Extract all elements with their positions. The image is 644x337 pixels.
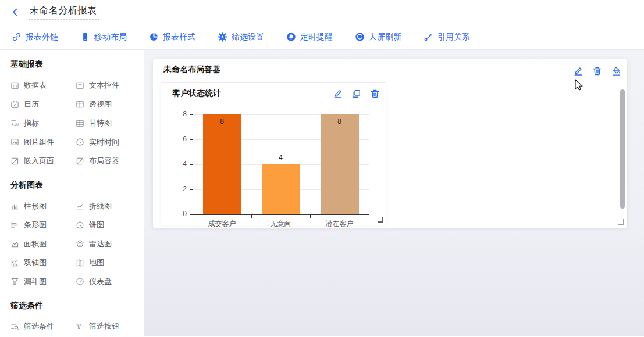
sidebar-item-dual-axis-chart[interactable]: 双轴图 xyxy=(10,253,76,273)
toolbar-item-filter-settings[interactable]: 筛选设置 xyxy=(218,32,264,42)
container-resize-handle[interactable] xyxy=(618,219,624,225)
x-axis-tick xyxy=(369,215,369,218)
y-axis-tick-label: 6 xyxy=(174,135,187,143)
x-axis-category-label: 成交客户 xyxy=(193,219,251,229)
sidebar-item-pivot-table[interactable]: 透视图 xyxy=(76,95,138,114)
report-canvas: 未命名布局容器 客户状态统计 024688成交客户4无意向8潜在客户 xyxy=(144,50,644,336)
reference-relation-icon xyxy=(424,32,433,42)
radar-chart-icon xyxy=(76,239,84,248)
toolbar-item-mobile-layout[interactable]: 移动布局 xyxy=(80,32,127,42)
bar-value-label: 8 xyxy=(327,117,353,126)
layout-container-widget[interactable]: 未命名布局容器 客户状态统计 024688成交客户4无意向8潜在客户 xyxy=(153,59,627,228)
sidebar-item-gauge-chart[interactable]: 仪表盘 xyxy=(76,273,138,292)
sidebar-item-filter-button[interactable]: 筛选按钮 xyxy=(76,317,138,336)
toolbar-item-label: 移动布局 xyxy=(94,32,127,42)
gantt-chart-icon xyxy=(76,119,84,128)
sidebar-item-text-widget[interactable]: 文本控件 xyxy=(76,76,138,95)
sidebar-item-label: 饼图 xyxy=(89,220,104,230)
sidebar-item-funnel-chart[interactable]: 漏斗图 xyxy=(10,273,76,292)
toolbar-item-timer-reminder[interactable]: 定时提醒 xyxy=(286,32,333,42)
sidebar-item-label: 嵌入页面 xyxy=(24,156,54,166)
bar-chart: 024688成交客户4无意向8潜在客户 xyxy=(161,102,386,225)
sidebar-item-pie-chart[interactable]: 饼图 xyxy=(76,216,138,235)
sidebar-item-layout-container[interactable]: 布局容器 xyxy=(76,152,138,171)
sidebar-item-map-chart[interactable]: 地图 xyxy=(76,253,138,273)
sidebar-item-column-chart[interactable]: 柱形图 xyxy=(10,197,76,216)
chart-widget[interactable]: 客户状态统计 024688成交客户4无意向8潜在客户 xyxy=(161,82,386,225)
toolbar-item-report-style[interactable]: 报表样式 xyxy=(149,32,195,42)
x-axis-tick xyxy=(310,215,311,218)
pivot-table-icon xyxy=(76,100,84,109)
bar-2 xyxy=(262,164,300,214)
realtime-clock-icon xyxy=(76,138,84,146)
x-axis-category-label: 无意向 xyxy=(251,219,310,229)
sidebar-item-label: 漏斗图 xyxy=(24,277,47,287)
trash-icon xyxy=(592,66,602,76)
y-axis-tick-label: 0 xyxy=(174,210,187,218)
chart-copy-button[interactable] xyxy=(351,89,361,99)
y-axis-line xyxy=(193,112,193,214)
toolbar-item-label: 报表样式 xyxy=(163,32,195,42)
bar-3 xyxy=(321,114,359,214)
indicator-icon: 4,80 xyxy=(10,119,19,128)
container-fill-button[interactable] xyxy=(611,66,621,76)
report-style-icon xyxy=(149,32,159,42)
sidebar-item-label: 图片组件 xyxy=(24,137,54,148)
filter-condition-icon xyxy=(10,322,19,331)
sidebar-item-image-widget[interactable]: 图片组件 xyxy=(10,133,76,152)
chart-trash-button[interactable] xyxy=(370,89,380,99)
text-widget-icon xyxy=(76,81,84,90)
sidebar-item-line-chart[interactable]: 折线图 xyxy=(76,197,138,216)
calendar-icon xyxy=(10,100,19,109)
sidebar-item-label: 实时时间 xyxy=(89,137,119,148)
edit-icon xyxy=(333,89,343,99)
chart-resize-handle[interactable] xyxy=(378,217,383,223)
toolbar-item-reference-relation[interactable]: 引用关系 xyxy=(424,32,470,42)
column-chart-icon xyxy=(10,202,19,210)
sidebar-item-embed-page[interactable]: 嵌入页面 xyxy=(10,152,76,171)
sidebar-item-bar-chart[interactable]: 条形图 xyxy=(10,216,76,235)
chart-edit-button[interactable] xyxy=(333,89,343,99)
bar-value-label: 8 xyxy=(209,117,235,126)
toolbar-item-label: 定时提醒 xyxy=(300,32,333,42)
bar-chart-icon xyxy=(10,221,19,230)
sidebar-item-realtime-clock[interactable]: 实时时间 xyxy=(76,133,138,152)
toolbar-item-label: 引用关系 xyxy=(437,32,470,42)
sidebar-item-label: 布局容器 xyxy=(89,156,119,166)
sidebar-item-label: 仪表盘 xyxy=(89,277,112,287)
y-axis-tick-label: 8 xyxy=(174,110,187,118)
svg-text:4,80: 4,80 xyxy=(12,122,19,126)
chart-widget-title: 客户状态统计 xyxy=(172,88,221,99)
sidebar-item-data-table[interactable]: 数据表 xyxy=(10,76,76,95)
bar-1 xyxy=(203,114,241,214)
sidebar-item-radar-chart[interactable]: 雷达图 xyxy=(76,235,138,254)
toolbar-item-external-link[interactable]: 报表外链 xyxy=(12,32,58,42)
chevron-left-icon xyxy=(10,8,20,17)
sidebar-section-title: 分析图表 xyxy=(10,180,138,191)
image-widget-icon xyxy=(10,138,19,146)
gauge-chart-icon xyxy=(76,277,84,286)
back-button[interactable] xyxy=(10,7,21,17)
sidebar-item-calendar[interactable]: 日历 xyxy=(10,95,76,114)
container-trash-button[interactable] xyxy=(592,66,602,76)
sidebar-item-label: 甘特图 xyxy=(89,118,112,128)
x-axis-tick xyxy=(251,215,252,218)
report-title[interactable]: 未命名分析报表 xyxy=(29,5,99,20)
pie-chart-icon xyxy=(76,221,84,230)
toolbar-item-screen-refresh[interactable]: 大屏刷新 xyxy=(355,32,401,42)
dual-axis-chart-icon xyxy=(10,259,19,267)
sidebar-item-label: 数据表 xyxy=(24,80,47,91)
sidebar-item-label: 柱形图 xyxy=(24,201,47,211)
sidebar-item-label: 文本控件 xyxy=(89,80,119,91)
container-scrollbar[interactable] xyxy=(620,89,625,209)
toolbar-item-label: 报表外链 xyxy=(26,32,58,42)
container-edit-button[interactable] xyxy=(573,66,583,76)
sidebar-item-label: 面积图 xyxy=(24,239,47,249)
sidebar-item-label: 筛选按钮 xyxy=(89,321,119,332)
sidebar-item-area-chart[interactable]: 面积图 xyxy=(10,235,76,254)
sidebar-item-filter-condition[interactable]: 筛选条件 xyxy=(10,317,76,336)
trash-icon xyxy=(370,89,380,99)
map-chart-icon xyxy=(76,259,84,267)
sidebar-item-indicator[interactable]: 4,80指标 xyxy=(10,114,76,133)
sidebar-item-gantt-chart[interactable]: 甘特图 xyxy=(76,114,138,133)
